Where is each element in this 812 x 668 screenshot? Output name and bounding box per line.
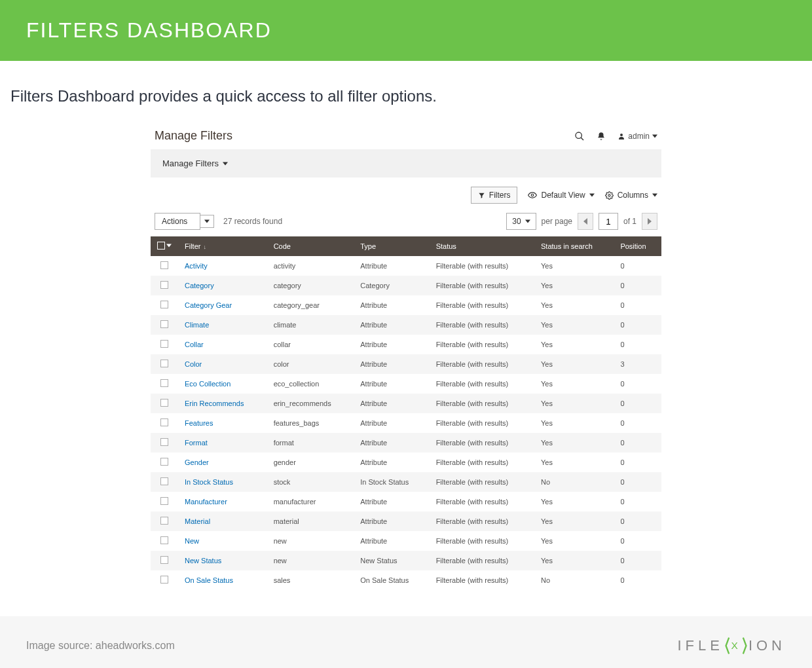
table-row: ActivityactivityAttributeFilterable (wit… bbox=[151, 256, 661, 276]
cell-code: climate bbox=[267, 315, 354, 335]
row-checkbox[interactable] bbox=[160, 261, 168, 269]
intro-text: Filters Dashboard provides a quick acces… bbox=[10, 87, 802, 105]
filter-link[interactable]: Climate bbox=[185, 321, 209, 329]
table-row: CategorycategoryCategoryFilterable (with… bbox=[151, 276, 661, 295]
sort-indicator: ↓ bbox=[203, 244, 206, 250]
col-status-search[interactable]: Status in search bbox=[534, 236, 614, 256]
filter-link[interactable]: New bbox=[185, 537, 199, 545]
row-checkbox[interactable] bbox=[160, 556, 168, 564]
row-checkbox[interactable] bbox=[160, 399, 168, 407]
col-type[interactable]: Type bbox=[354, 236, 429, 256]
row-checkbox[interactable] bbox=[160, 320, 168, 328]
filter-link[interactable]: New Status bbox=[185, 557, 221, 565]
col-filter[interactable]: Filter↓ bbox=[178, 236, 267, 256]
cell-status-search: Yes bbox=[534, 295, 614, 315]
cell-code: new bbox=[267, 551, 354, 570]
row-checkbox[interactable] bbox=[160, 458, 168, 466]
actions-select[interactable]: Actions bbox=[155, 213, 214, 230]
cell-code: sales bbox=[267, 570, 354, 590]
row-checkbox[interactable] bbox=[160, 576, 168, 584]
gear-icon bbox=[605, 191, 614, 200]
cell-type: Attribute bbox=[354, 511, 429, 531]
cell-position: 0 bbox=[614, 335, 661, 354]
filter-link[interactable]: Color bbox=[185, 360, 202, 368]
cell-status-search: Yes bbox=[534, 453, 614, 472]
table-header-row: Filter↓ Code Type Status Status in searc… bbox=[151, 236, 661, 256]
row-checkbox[interactable] bbox=[160, 517, 168, 525]
cell-position: 0 bbox=[614, 570, 661, 590]
filter-link[interactable]: Category bbox=[185, 282, 214, 289]
sub-bar-dropdown[interactable]: Manage Filters bbox=[162, 158, 228, 168]
cell-status-search: Yes bbox=[534, 335, 614, 354]
cell-status-search: No bbox=[534, 570, 614, 590]
columns-dropdown[interactable]: Columns bbox=[605, 191, 657, 200]
cell-status-search: Yes bbox=[534, 433, 614, 453]
sub-bar-label-text: Manage Filters bbox=[162, 158, 219, 168]
table-row: In Stock StatusstockIn Stock StatusFilte… bbox=[151, 472, 661, 492]
cell-code: format bbox=[267, 433, 354, 453]
cell-status-search: Yes bbox=[534, 374, 614, 394]
table-row: MaterialmaterialAttributeFilterable (wit… bbox=[151, 511, 661, 531]
filter-link[interactable]: On Sale Status bbox=[185, 576, 233, 584]
chevron-down-icon bbox=[652, 193, 657, 198]
default-view-dropdown[interactable]: Default View bbox=[528, 191, 594, 200]
cell-status: Filterable (with results) bbox=[430, 531, 534, 551]
cell-position: 0 bbox=[614, 511, 661, 531]
col-position[interactable]: Position bbox=[614, 236, 661, 256]
filter-link[interactable]: Activity bbox=[185, 262, 208, 270]
svg-point-0 bbox=[576, 132, 581, 138]
cell-type: Attribute bbox=[354, 354, 429, 374]
row-checkbox[interactable] bbox=[160, 360, 168, 367]
cell-status: Filterable (with results) bbox=[430, 374, 534, 394]
next-page-button[interactable] bbox=[642, 213, 657, 230]
filter-link[interactable]: Manufacturer bbox=[185, 498, 227, 506]
records-count: 27 records found bbox=[223, 217, 282, 226]
cell-status-search: No bbox=[534, 472, 614, 492]
chevron-right-icon bbox=[647, 218, 652, 225]
row-checkbox[interactable] bbox=[160, 497, 168, 505]
col-status[interactable]: Status bbox=[430, 236, 534, 256]
cell-status-search: Yes bbox=[534, 492, 614, 511]
filter-link[interactable]: Material bbox=[185, 517, 210, 525]
cell-position: 0 bbox=[614, 551, 661, 570]
cell-status: Filterable (with results) bbox=[430, 453, 534, 472]
table-row: Eco Collectioneco_collectionAttributeFil… bbox=[151, 374, 661, 394]
cell-status: Filterable (with results) bbox=[430, 433, 534, 453]
row-checkbox[interactable] bbox=[160, 281, 168, 289]
search-icon[interactable] bbox=[574, 131, 585, 141]
filter-link[interactable]: Eco Collection bbox=[185, 380, 231, 388]
filter-link[interactable]: Category Gear bbox=[185, 301, 232, 309]
filter-link[interactable]: Format bbox=[185, 439, 208, 447]
cell-status: Filterable (with results) bbox=[430, 315, 534, 335]
filter-link[interactable]: Gender bbox=[185, 458, 209, 466]
row-checkbox[interactable] bbox=[160, 438, 168, 446]
row-checkbox[interactable] bbox=[160, 536, 168, 544]
row-checkbox[interactable] bbox=[160, 340, 168, 348]
row-checkbox[interactable] bbox=[160, 379, 168, 387]
filter-link[interactable]: In Stock Status bbox=[185, 478, 233, 486]
user-menu[interactable]: admin bbox=[618, 132, 657, 141]
prev-page-button[interactable] bbox=[578, 213, 593, 230]
filter-link[interactable]: Features bbox=[185, 419, 213, 427]
select-all-header[interactable] bbox=[151, 236, 178, 256]
page-input[interactable] bbox=[599, 213, 618, 230]
col-code[interactable]: Code bbox=[267, 236, 354, 256]
per-page-select[interactable]: 30 bbox=[506, 213, 536, 230]
panel-title: Manage Filters bbox=[155, 129, 232, 143]
row-checkbox[interactable] bbox=[160, 477, 168, 485]
row-checkbox[interactable] bbox=[160, 418, 168, 426]
filters-button[interactable]: Filters bbox=[471, 187, 518, 204]
filter-link[interactable]: Erin Recommends bbox=[185, 399, 244, 407]
table-row: Erin Recommendserin_recommendsAttributeF… bbox=[151, 394, 661, 413]
select-all-checkbox[interactable] bbox=[157, 242, 165, 250]
cell-code: gender bbox=[267, 453, 354, 472]
actions-select-caret[interactable] bbox=[200, 215, 214, 228]
cell-position: 0 bbox=[614, 453, 661, 472]
row-checkbox[interactable] bbox=[160, 301, 168, 308]
table-row: NewnewAttributeFilterable (with results)… bbox=[151, 531, 661, 551]
chevron-down-icon bbox=[223, 161, 228, 166]
filter-link[interactable]: Collar bbox=[185, 341, 204, 348]
bell-icon[interactable] bbox=[597, 132, 606, 141]
cell-position: 0 bbox=[614, 531, 661, 551]
cell-code: color bbox=[267, 354, 354, 374]
